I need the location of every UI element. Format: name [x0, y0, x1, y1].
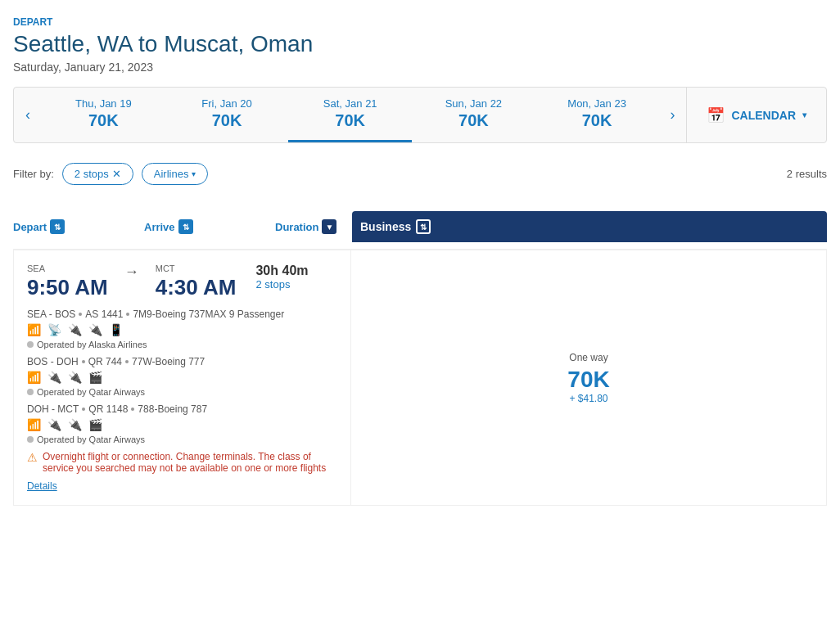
- segment2-detail: BOS - DOH QR 744 77W-Boeing 777: [27, 356, 337, 367]
- flight-duration: 30h 40m: [255, 263, 308, 278]
- segment3-amenities: 📶 🔌 🔌 🎬: [27, 418, 337, 431]
- stops-filter-close-icon: ✕: [112, 168, 121, 180]
- segment3-operated-dot: [27, 436, 34, 443]
- details-link[interactable]: Details: [27, 480, 337, 492]
- arrive-time: 4:30 AM: [156, 275, 237, 300]
- usb1-icon: 🔌: [88, 323, 102, 336]
- next-date-arrow[interactable]: ›: [658, 106, 686, 124]
- arrive-sort-button[interactable]: Arrive ⇅: [144, 219, 193, 234]
- segment2-aircraft: 77W-Boeing 777: [132, 356, 205, 367]
- date-miles: 70K: [418, 111, 529, 130]
- business-col-label: Business: [360, 220, 411, 233]
- calendar-icon: 📅: [707, 106, 725, 124]
- depart-section: SEA 9:50 AM: [27, 263, 108, 300]
- route-title: Seattle, WA to Muscat, Oman: [13, 31, 827, 57]
- date-miles: 70K: [172, 111, 282, 130]
- segment3-route: DOH - MCT: [27, 403, 79, 415]
- stops-count: 2 stops: [255, 278, 308, 290]
- segment2-operated: Operated by Qatar Airways: [27, 387, 337, 397]
- segment1-detail: SEA - BOS AS 1441 7M9-Boeing 737MAX 9 Pa…: [27, 308, 337, 320]
- business-sort-button[interactable]: Business ⇅: [360, 219, 431, 234]
- usb3-icon: 🔌: [68, 418, 82, 431]
- depart-sort-icon: ⇅: [50, 219, 65, 234]
- price-box: One way 70K + $41.80: [567, 352, 609, 404]
- video2-icon: 🎬: [88, 418, 102, 431]
- segment2-amenities: 📶 🔌 🔌 🎬: [27, 371, 337, 384]
- segment2-route: BOS - DOH: [27, 356, 79, 367]
- date-label: Sun, Jan 22: [418, 97, 529, 110]
- calendar-label: CALENDAR: [731, 109, 796, 122]
- segment2-dot1: [82, 360, 85, 363]
- depart-airport-code: SEA: [27, 263, 108, 273]
- filter-bar: Filter by: 2 stops ✕ Airlines ▾ 2 result…: [13, 156, 827, 191]
- duration-sort-button[interactable]: Duration ▼: [275, 219, 336, 234]
- route-date: Saturday, January 21, 2023: [13, 61, 827, 74]
- segment1-amenities: 📶 📡 🔌 🔌 📱: [27, 323, 337, 336]
- power1-icon: 🔌: [68, 323, 82, 336]
- power2-icon: 🔌: [47, 371, 61, 384]
- depart-label: DEPART: [13, 16, 827, 28]
- date-miles: 70K: [48, 111, 159, 130]
- segment2-operated-dot: [27, 389, 34, 395]
- duration-col-label: Duration: [275, 221, 318, 233]
- wifi3-icon: 📶: [27, 371, 41, 384]
- stops-filter-label: 2 stops: [75, 168, 109, 180]
- segment1-dot2: [126, 313, 129, 316]
- warning-text: Overnight flight or connection. Change t…: [43, 451, 337, 474]
- arrive-col-header: Arrive ⇅: [144, 219, 275, 234]
- date-label: Mon, Jan 23: [542, 97, 653, 110]
- date-label: Fri, Jan 20: [172, 97, 282, 110]
- depart-sort-button[interactable]: Depart ⇅: [13, 219, 65, 234]
- filter-label: Filter by:: [13, 168, 54, 180]
- date-item[interactable]: Fri, Jan 20 70K: [165, 88, 289, 142]
- date-item[interactable]: Sun, Jan 22 70K: [412, 88, 535, 142]
- segment3-detail: DOH - MCT QR 1148 788-Boeing 787: [27, 403, 337, 415]
- segment1-dot1: [79, 313, 82, 316]
- video1-icon: 🎬: [88, 371, 102, 384]
- price-panel: One way 70K + $41.80: [351, 250, 826, 505]
- warning-row: ⚠ Overnight flight or connection. Change…: [27, 451, 337, 474]
- duration-col-header: Duration ▼: [275, 219, 352, 234]
- segment2-airline: QR 744: [88, 356, 122, 367]
- wifi2-icon: 📡: [47, 323, 61, 336]
- arrive-airport-code: MCT: [156, 263, 237, 273]
- flight-info-panel: SEA 9:50 AM → MCT 4:30 AM 30h 40m 2 stop…: [14, 250, 351, 505]
- calendar-button[interactable]: 📅 CALENDAR ▾: [687, 88, 826, 142]
- flight-result-row: SEA 9:50 AM → MCT 4:30 AM 30h 40m 2 stop…: [13, 250, 827, 506]
- segment3-aircraft: 788-Boeing 787: [138, 403, 207, 415]
- date-item[interactable]: Mon, Jan 23 70K: [535, 88, 659, 142]
- airlines-filter-label: Airlines: [154, 168, 189, 180]
- segment2-dot2: [125, 360, 129, 363]
- prev-date-arrow[interactable]: ‹: [14, 106, 42, 124]
- date-label: Thu, Jan 19: [48, 97, 159, 110]
- business-col-header: Business ⇅: [352, 211, 827, 242]
- airlines-chevron-icon: ▾: [192, 169, 196, 178]
- wifi1-icon: 📶: [27, 323, 41, 336]
- one-way-label: One way: [567, 352, 609, 363]
- calendar-chevron-icon: ▾: [802, 110, 806, 119]
- stops-filter-button[interactable]: 2 stops ✕: [62, 163, 133, 185]
- segment3-airline: QR 1148: [88, 403, 128, 415]
- arrive-col-label: Arrive: [144, 221, 175, 233]
- date-miles: 70K: [542, 111, 653, 130]
- wifi4-icon: 📶: [27, 418, 41, 431]
- date-item[interactable]: Sat, Jan 21 70K: [288, 88, 412, 142]
- date-label: Sat, Jan 21: [295, 97, 405, 110]
- segment3-operated-label: Operated by Qatar Airways: [37, 435, 145, 444]
- segment1-operated-label: Operated by Alaska Airlines: [37, 340, 147, 349]
- column-headers: Depart ⇅ Arrive ⇅ Duration ▼ Business ⇅: [13, 205, 827, 250]
- duration-section: 30h 40m 2 stops: [255, 263, 308, 290]
- segment3-dot2: [131, 408, 134, 411]
- segment1-airline: AS 1441: [85, 308, 123, 320]
- page-container: DEPART Seattle, WA to Muscat, Oman Satur…: [0, 0, 840, 532]
- depart-time: 9:50 AM: [27, 275, 108, 300]
- date-nav-scroll: ‹ Thu, Jan 19 70K Fri, Jan 20 70K Sat, J…: [14, 88, 686, 142]
- date-item[interactable]: Thu, Jan 19 70K: [42, 88, 165, 142]
- results-count: 2 results: [787, 168, 827, 180]
- flight-main-row: SEA 9:50 AM → MCT 4:30 AM 30h 40m 2 stop…: [27, 263, 337, 300]
- airlines-filter-button[interactable]: Airlines ▾: [142, 163, 209, 185]
- date-miles: 70K: [295, 111, 405, 130]
- usb2-icon: 🔌: [68, 371, 82, 384]
- segment3-dot1: [82, 408, 85, 411]
- segment1-route: SEA - BOS: [27, 308, 75, 320]
